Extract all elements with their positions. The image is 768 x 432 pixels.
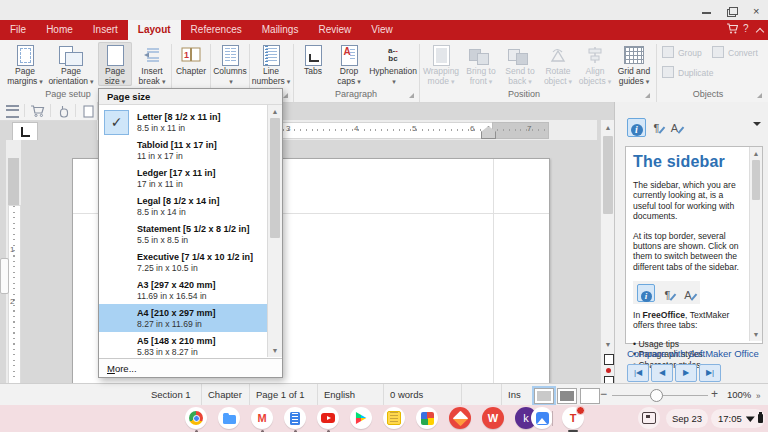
scroll-down-icon[interactable]: ▼ [268, 345, 282, 356]
files-icon[interactable] [218, 407, 240, 429]
panel-pull-handle[interactable] [0, 258, 9, 294]
compare-link[interactable]: Compare with SoftMaker Office [627, 348, 759, 359]
shelf-separator [552, 411, 553, 426]
office-suite-icon[interactable] [449, 407, 471, 429]
status-word-count[interactable]: 0 words [384, 384, 462, 406]
status-chapter[interactable]: Chapter 1 [202, 384, 250, 406]
tab-mailings[interactable]: Mailings [252, 20, 309, 40]
document-scrollbar[interactable]: ▲ ▼ [600, 120, 615, 383]
tab-review[interactable]: Review [308, 20, 361, 40]
play-store-icon[interactable] [350, 407, 372, 429]
tab-file[interactable]: File [0, 20, 36, 40]
page-size-button[interactable]: Pagesize [98, 42, 132, 86]
tab-home[interactable]: Home [36, 20, 83, 40]
page-size-option-statement[interactable]: Statement [5 1/2 x 8 1/2 in]5.5 in x 8.5… [99, 220, 267, 248]
gmail-icon[interactable]: M [251, 407, 273, 429]
scroll-up-icon[interactable]: ▲ [750, 148, 762, 159]
page-margins-button[interactable]: Pagemargins [5, 42, 45, 86]
chrome-icon[interactable] [185, 407, 207, 429]
scroll-up-icon[interactable]: ▲ [601, 122, 615, 133]
shop-cart-icon[interactable] [726, 23, 738, 36]
help-icon[interactable]: ? [743, 23, 749, 34]
dropdown-scrollbar[interactable]: ▲ ▼ [267, 105, 282, 357]
status-section[interactable]: Section 1 [145, 384, 202, 406]
status-page[interactable]: Page 1 of 1 [250, 384, 318, 406]
notes-icon[interactable] [383, 407, 405, 429]
tab-layout[interactable]: Layout [128, 20, 181, 40]
tab-references[interactable]: References [181, 20, 252, 40]
sidebar-tab-paragraph-styles[interactable]: ¶ [648, 118, 665, 135]
shelf-date[interactable]: Sep 23 [666, 409, 708, 428]
objects-dialog-launcher[interactable] [757, 93, 762, 98]
tab-view[interactable]: View [361, 20, 403, 40]
gallery-icon[interactable] [416, 407, 438, 429]
touch-mode-icon[interactable] [53, 104, 73, 118]
page-size-option-a5[interactable]: A5 [148 x 210 mm]5.83 in x 8.27 in [99, 332, 267, 360]
page-orientation-button[interactable]: Pageorientation [47, 42, 95, 86]
tab-insert[interactable]: Insert [83, 20, 128, 40]
position-dialog-launcher[interactable] [645, 93, 650, 98]
hyphenation-button[interactable]: a--bc Hyphenation [368, 42, 418, 86]
last-tip-button[interactable]: ▶| [699, 364, 721, 382]
collapse-ribbon-icon[interactable] [757, 26, 764, 33]
view-normal-button[interactable] [534, 388, 554, 404]
sidebar-tab-usage-tips[interactable]: i [627, 118, 646, 137]
page-size-option-a3[interactable]: A3 [297 x 420 mm]11.69 in x 16.54 in [99, 276, 267, 304]
textmaker-window: × File Home Insert Layout References Mai… [0, 0, 768, 432]
zoom-in-button[interactable]: + [711, 384, 718, 406]
line-numbers-button[interactable]: Linenumbers [251, 42, 291, 86]
minimize-button[interactable] [700, 6, 714, 16]
quick-toolbar [0, 102, 97, 121]
wps-office-icon[interactable]: W [482, 407, 504, 429]
view-master-button[interactable] [557, 388, 577, 404]
cart-icon[interactable] [27, 104, 47, 118]
next-tip-button[interactable]: ▶ [675, 364, 697, 382]
scrollbar-thumb[interactable] [603, 136, 613, 214]
page-size-option-letter[interactable]: Letter [8 1/2 x 11 in]8.5 in x 11 in [99, 108, 267, 136]
zoom-out-button[interactable]: − [600, 384, 607, 406]
scrollbar-thumb[interactable] [752, 160, 760, 200]
page-size-option-legal[interactable]: Legal [8 1/2 x 14 in]8.5 in x 14 in [99, 192, 267, 220]
zoom-level[interactable]: 100% [727, 384, 751, 406]
first-tip-button[interactable]: |◀ [627, 364, 649, 382]
previous-page-button[interactable] [604, 354, 614, 365]
scrollbar-thumb[interactable] [270, 118, 280, 238]
textmaker-icon[interactable]: T [562, 407, 584, 429]
sidebar: i ¶ A The sidebar The sidebar, which you… [614, 102, 768, 383]
page-size-option-ledger[interactable]: Ledger [17 x 11 in]17 in x 11 in [99, 164, 267, 192]
close-button[interactable]: × [753, 6, 767, 16]
columns-button[interactable]: Columns [212, 42, 248, 86]
scroll-down-icon[interactable]: ▼ [750, 329, 762, 340]
status-insert-mode[interactable]: Ins [502, 384, 532, 406]
page-size-option-executive[interactable]: Executive [7 1/4 x 10 1/2 in]7.25 in x 1… [99, 248, 267, 276]
tab-stop-type-selector[interactable] [12, 122, 38, 142]
new-document-icon[interactable] [78, 104, 98, 118]
scroll-up-icon[interactable]: ▲ [268, 106, 282, 117]
status-more-icon[interactable]: » [756, 390, 760, 401]
zoom-slider-knob[interactable] [650, 389, 663, 402]
character-style-icon: A [671, 122, 678, 134]
shelf-status-tray[interactable]: 17:05 [711, 409, 765, 428]
page-size-option-a4[interactable]: A4 [210 x 297 mm]8.27 in x 11.69 in [99, 304, 267, 332]
hamburger-menu-icon[interactable] [2, 104, 22, 118]
page-setup-dialog-launcher[interactable] [283, 93, 288, 98]
page-size-option-tabloid[interactable]: Tabloid [11 x 17 in]11 in x 17 in [99, 136, 267, 164]
sidebar-tab-character-styles[interactable]: A [666, 118, 683, 135]
docs-icon[interactable] [284, 407, 306, 429]
page-size-more-option[interactable]: More... [99, 358, 282, 377]
restore-button[interactable] [726, 6, 740, 16]
grid-and-guides-button[interactable]: Grid andguides [614, 42, 654, 86]
sidebar-card-scrollbar[interactable]: ▲ ▼ [749, 147, 762, 341]
sidebar-options-icon[interactable] [753, 122, 761, 130]
status-language[interactable]: English (United [318, 384, 384, 406]
insert-break-button[interactable]: Insertbreak [134, 42, 170, 86]
youtube-icon[interactable] [317, 407, 339, 429]
browse-object-button[interactable] [606, 368, 611, 373]
view-fullscreen-button[interactable] [580, 388, 600, 404]
scroll-down-icon[interactable]: ▼ [601, 339, 615, 350]
paragraph-dialog-launcher[interactable] [409, 93, 414, 98]
photos-icon[interactable] [531, 407, 553, 429]
screen-capture-button[interactable] [638, 407, 660, 429]
chapter-button[interactable]: 1 Chapter [173, 42, 209, 86]
previous-tip-button[interactable]: ◀ [651, 364, 673, 382]
